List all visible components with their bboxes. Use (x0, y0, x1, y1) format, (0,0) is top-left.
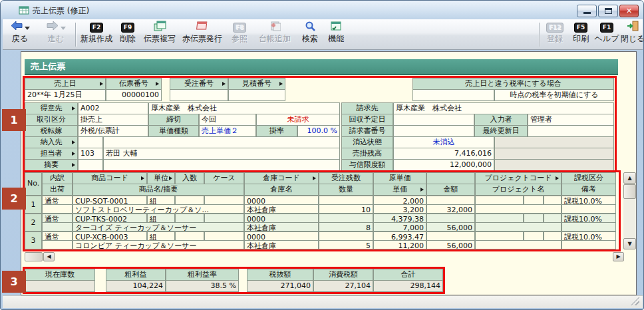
header-warehouse-code[interactable]: 倉庫コード (244, 172, 319, 184)
remarks-label[interactable]: 摘要 (25, 159, 78, 171)
gross-profit-rate-value: 38.5 % (166, 280, 239, 292)
row-item-name[interactable]: コロンビア ティーカップ＆ソーサー (73, 240, 244, 249)
row-qty[interactable]: 5 (319, 240, 373, 249)
invoice-no-field[interactable] (393, 125, 474, 137)
quote-no-label[interactable]: 見積番号 (228, 78, 285, 90)
row-unit[interactable]: 組 (147, 232, 175, 241)
transaction-type-field[interactable]: 掛売上 (78, 114, 148, 126)
row-unit-price[interactable]: 7,000 (373, 222, 426, 232)
row-remarks[interactable] (562, 204, 616, 214)
tax-shift-label: 税転嫁 (25, 125, 78, 137)
row-qty[interactable]: 8 (319, 222, 373, 232)
row-pack-qty[interactable] (175, 232, 204, 241)
collection-date-field[interactable] (393, 114, 474, 126)
row-item-code[interactable]: CUP-SOT-0001 (73, 196, 147, 205)
row-pack-qty[interactable] (175, 214, 204, 223)
back-button[interactable]: 戻る (6, 21, 34, 49)
billing-to-field: 厚木産業 株式会社 (393, 102, 614, 114)
row-cost-price[interactable]: 2,000 (373, 196, 426, 205)
customer-code-field[interactable]: A002 (78, 102, 148, 114)
red-slip-button[interactable]: 赤伝票発行 (180, 21, 225, 49)
table-corner-button[interactable] (25, 252, 43, 261)
delivery-to-code-field[interactable] (78, 136, 103, 148)
back-dropdown-icon[interactable] (25, 27, 30, 30)
row-breakdown[interactable]: 通常 (42, 196, 73, 205)
row-project-name[interactable] (475, 204, 562, 214)
closing-field[interactable]: 今回 (199, 114, 256, 126)
row-project-code[interactable] (475, 232, 524, 241)
delete-button[interactable]: F9 削除 (116, 21, 140, 49)
header-project-code[interactable]: プロジェクトコード (475, 172, 562, 184)
close-window-button[interactable]: ✕ (619, 5, 639, 17)
row-case[interactable] (204, 214, 244, 223)
scroll-right-button[interactable]: ▶ (613, 252, 624, 261)
new-label: 新規作成 (80, 34, 112, 43)
row-shipping[interactable] (42, 222, 73, 232)
search-button[interactable]: 検索 (298, 21, 322, 49)
quote-no-field[interactable] (228, 89, 285, 101)
row-case[interactable] (204, 196, 244, 205)
row-item-code[interactable]: CUP-XCB-0003 (73, 232, 147, 241)
sale-date-label[interactable]: 売上日 (25, 78, 106, 90)
scroll-up-button[interactable]: ▲ (623, 172, 636, 184)
row-shipping[interactable] (42, 204, 73, 214)
row-project-name[interactable] (475, 222, 562, 232)
row-remarks[interactable] (562, 240, 616, 249)
customer-label[interactable]: 得意先 (25, 102, 78, 114)
row-warehouse-code[interactable]: 0000 (244, 196, 319, 205)
help-button[interactable]: F1 ヘルプ (593, 21, 620, 49)
sale-date-field[interactable]: 20**年 1月25日 (25, 89, 106, 101)
copy-slip-button[interactable]: 伝票複写 (141, 21, 178, 49)
close-app-button[interactable]: 閉じる (620, 21, 644, 49)
row-unit[interactable]: 組 (147, 196, 175, 205)
delivery-to-label[interactable]: 納入先 (25, 136, 78, 148)
row-item-name[interactable]: ターコイズ ティーカップ＆ソーサー (73, 222, 244, 232)
delivery-to-name-field[interactable] (103, 136, 340, 148)
row-unit[interactable]: 組 (147, 214, 175, 223)
new-button[interactable]: F2 新規作成 (79, 21, 114, 49)
row-warehouse-code[interactable]: 0000 (244, 214, 319, 223)
minimize-button[interactable] (577, 5, 597, 17)
row-project-code[interactable] (475, 214, 524, 223)
row-breakdown[interactable]: 通常 (42, 232, 73, 241)
header-unit-price[interactable]: 単価 (373, 184, 426, 196)
row-shipping[interactable] (42, 240, 73, 249)
order-no-field[interactable] (170, 89, 228, 101)
resize-grip-icon[interactable] (631, 297, 639, 305)
row-project-name[interactable] (475, 240, 562, 249)
function-button[interactable]: 機能 (323, 21, 349, 49)
row-item-name[interactable]: ソフトストロベリーティーカップ＆ソ... (73, 204, 244, 214)
row-breakdown[interactable]: 通常 (42, 214, 73, 223)
row-warehouse-code[interactable]: 0000 (244, 232, 319, 241)
row-project-code[interactable] (475, 196, 524, 205)
row-item-code[interactable]: CUP-TKS-0002 (73, 214, 147, 223)
tax-shift-field[interactable]: 外税/伝票計 (78, 125, 148, 137)
unit-price-type-field[interactable]: 売上単価２ (199, 125, 256, 137)
remarks-code-field[interactable] (78, 159, 103, 171)
order-no-label[interactable]: 受注番号 (170, 78, 228, 90)
scroll-down-button[interactable]: ▼ (623, 238, 636, 249)
slip-no-field[interactable]: 00000100 (106, 89, 162, 101)
row-unit-price[interactable]: 3,200 (373, 204, 426, 214)
tax-rate-left-field[interactable] (412, 89, 494, 101)
slip-no-label[interactable]: 伝票番号 (106, 78, 162, 90)
staff-label[interactable]: 担当者 (25, 148, 78, 160)
row-unit-price[interactable]: 11,200 (373, 240, 426, 249)
print-button[interactable]: F5 印刷 (569, 21, 592, 49)
vertical-scroll-thumb[interactable] (623, 184, 636, 199)
row-qty[interactable]: 10 (319, 204, 373, 214)
maximize-button[interactable] (598, 5, 618, 17)
staff-code-field[interactable]: 103 (78, 148, 103, 160)
row-cost-price[interactable]: 6,993.47 (373, 232, 426, 241)
header-unit[interactable]: 単位 (147, 172, 175, 184)
title-bar[interactable]: 売上伝票 (修正) ✕ (1, 1, 643, 19)
row-remarks[interactable] (562, 222, 616, 232)
row-case[interactable] (204, 232, 244, 241)
rate-field[interactable]: 100.0 % (297, 125, 340, 137)
scroll-left-button[interactable]: ◀ (43, 252, 55, 261)
remarks-field[interactable] (103, 159, 340, 171)
tax-rate-action-button[interactable]: 時点の税率を初期値にする (494, 89, 614, 101)
header-item-code[interactable]: 商品コード (73, 172, 147, 184)
row-cost-price[interactable]: 4,379.38 (373, 214, 426, 223)
row-pack-qty[interactable] (175, 196, 204, 205)
